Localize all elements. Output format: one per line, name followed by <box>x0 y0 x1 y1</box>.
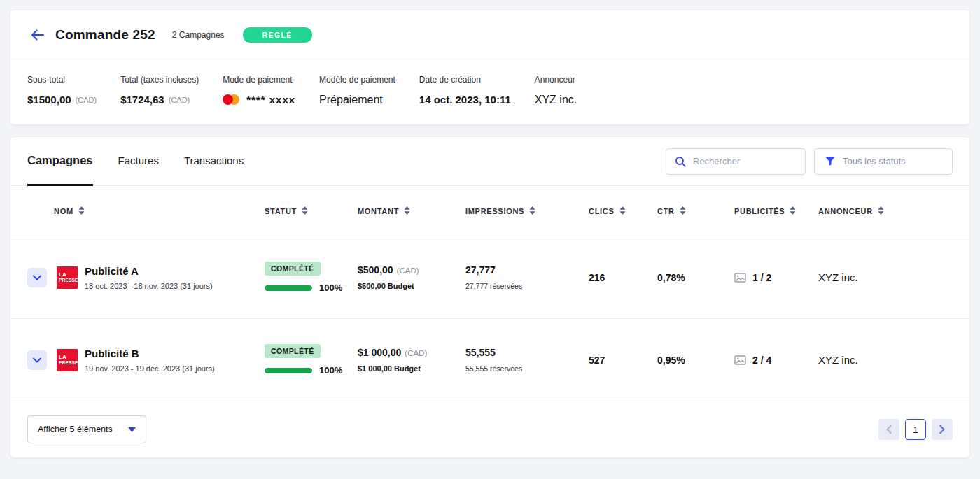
sort-icon <box>680 206 686 216</box>
sort-icon <box>529 206 536 216</box>
field-label: Date de création <box>419 75 511 85</box>
total-currency: (CAD) <box>169 96 190 104</box>
clicks-value: 216 <box>589 272 657 283</box>
mastercard-icon <box>223 94 239 105</box>
sort-icon <box>620 206 626 216</box>
order-status-badge: RÉGLÉ <box>243 27 312 43</box>
page-button-1[interactable]: 1 <box>905 419 926 440</box>
sort-icon <box>78 206 85 216</box>
progress-track <box>265 368 312 373</box>
tab-campagnes[interactable]: Campagnes <box>27 137 93 186</box>
search-input[interactable] <box>692 155 797 167</box>
campaign-count-label: 2 Campagnes <box>172 30 225 40</box>
header-cell-publicites[interactable]: PUBLICITÉS <box>734 206 818 216</box>
order-summary: Sous-total $1500,00 (CAD) Total (taxes i… <box>10 59 969 124</box>
summary-field-payment-method: Mode de paiement **** xxxx <box>223 75 295 106</box>
column-label: IMPRESSIONS <box>465 207 524 215</box>
header-cell-impressions[interactable]: IMPRESSIONS <box>465 206 589 216</box>
order-header-card: Commande 252 2 Campagnes RÉGLÉ Sous-tota… <box>10 10 970 125</box>
page-title: Commande 252 <box>55 27 155 43</box>
field-label: Annonceur <box>535 75 577 85</box>
tab-factures[interactable]: Factures <box>118 137 159 186</box>
summary-field-payment-model: Modèle de paiement Prépaiement <box>319 75 396 106</box>
advertiser-name: XYZ inc. <box>818 354 953 366</box>
filter-selected-value: Tous les statuts <box>843 156 906 166</box>
image-icon <box>734 273 746 283</box>
order-header: Commande 252 2 Campagnes RÉGLÉ <box>10 10 969 59</box>
logo-line1: LA <box>59 272 78 278</box>
campaign-cell: LA PRESSE Publicité B 19 nov. 2023 - 19 … <box>27 348 265 373</box>
campaign-info: Publicité B 19 nov. 2023 - 19 déc. 2023 … <box>85 348 215 373</box>
ads-count: 1 / 2 <box>752 272 771 283</box>
campaign-name: Publicité B <box>85 348 215 359</box>
chevron-down-icon <box>128 427 136 432</box>
logo-line2: PRESSE <box>59 278 78 283</box>
header-cell-montant[interactable]: MONTANT <box>358 206 465 216</box>
campaign-dates: 18 oct. 2023 - 18 nov. 2023 (31 jours) <box>85 282 213 290</box>
campaign-status-badge: COMPLÉTÉ <box>265 262 321 276</box>
status-cell: COMPLÉTÉ 100% <box>265 262 358 293</box>
header-cell-clics[interactable]: CLICS <box>589 206 657 216</box>
search-icon <box>675 156 686 167</box>
clicks-value: 527 <box>589 355 657 366</box>
table-row: LA PRESSE Publicité A 18 oct. 2023 - 18 … <box>10 236 969 319</box>
campaign-cell: LA PRESSE Publicité A 18 oct. 2023 - 18 … <box>27 265 265 290</box>
next-page-button[interactable] <box>932 419 953 440</box>
header-cell-ctr[interactable]: CTR <box>657 206 734 216</box>
impressions-value: 27,777 <box>465 264 589 276</box>
summary-field-creation-date: Date de création 14 oct. 2023, 10:11 <box>419 75 511 106</box>
field-label: Mode de paiement <box>223 75 295 85</box>
column-label: PUBLICITÉS <box>734 207 785 215</box>
logo-line1: LA <box>59 355 78 360</box>
header-cell-nom[interactable]: NOM <box>27 206 265 216</box>
field-value: $1500,00 (CAD) <box>27 94 97 106</box>
ctr-value: 0,78% <box>657 272 734 283</box>
status-filter-dropdown[interactable]: Tous les statuts <box>814 148 953 175</box>
progress-bar: 100% <box>265 283 342 293</box>
chevron-left-icon <box>886 425 892 434</box>
ads-cell: 2 / 4 <box>734 355 818 366</box>
subtotal-currency: (CAD) <box>76 96 97 104</box>
field-label: Modèle de paiement <box>319 75 396 85</box>
table-row: LA PRESSE Publicité B 19 nov. 2023 - 19 … <box>10 319 969 401</box>
page-size-select[interactable]: Afficher 5 éléments <box>27 415 146 443</box>
campaigns-card: Campagnes Factures Transactions <box>10 136 970 458</box>
back-button[interactable] <box>27 24 48 45</box>
row-expand-button[interactable] <box>27 268 47 287</box>
filter-icon <box>825 156 836 166</box>
summary-field-total: Total (taxes incluses) $1724,63 (CAD) <box>120 75 199 106</box>
progress-fill <box>265 285 312 291</box>
campaign-name: Publicité A <box>85 265 213 277</box>
progress-label: 100% <box>319 283 342 293</box>
field-label: Sous-total <box>27 75 97 85</box>
sort-icon <box>302 206 308 216</box>
page-size-value: Afficher 5 éléments <box>38 424 113 434</box>
table-header: NOM STATUT MONTANT IMPRESSIONS CLICS CTR… <box>10 186 969 236</box>
field-value: XYZ inc. <box>535 94 577 106</box>
column-label: STATUT <box>265 207 297 215</box>
pagination: 1 <box>878 419 953 440</box>
toolbar: Campagnes Factures Transactions <box>10 137 969 186</box>
campaign-status-badge: COMPLÉTÉ <box>265 344 321 358</box>
progress-track <box>265 285 312 291</box>
tab-transactions[interactable]: Transactions <box>184 137 244 186</box>
field-value: $1724,63 (CAD) <box>120 94 199 106</box>
image-icon <box>734 355 746 365</box>
impressions-reserved: 55,555 réservées <box>465 364 589 373</box>
sort-icon <box>878 206 884 216</box>
impressions-reserved: 27,777 réservées <box>465 282 589 290</box>
progress-label: 100% <box>319 365 342 376</box>
column-label: CLICS <box>589 207 615 215</box>
status-cell: COMPLÉTÉ 100% <box>265 344 358 376</box>
row-expand-button[interactable] <box>27 350 47 370</box>
header-cell-statut[interactable]: STATUT <box>265 206 358 216</box>
header-cell-annonceur[interactable]: ANNONCEUR <box>818 206 953 216</box>
logo-line2: PRESSE <box>59 361 78 366</box>
budget-label: $500,00 Budget <box>358 282 465 290</box>
total-amount: $1724,63 <box>120 94 164 106</box>
ads-cell: 1 / 2 <box>734 272 818 283</box>
prev-page-button[interactable] <box>878 419 899 440</box>
summary-field-subtotal: Sous-total $1500,00 (CAD) <box>27 75 97 106</box>
field-value: Prépaiement <box>319 94 396 106</box>
arrow-left-icon <box>31 29 45 41</box>
